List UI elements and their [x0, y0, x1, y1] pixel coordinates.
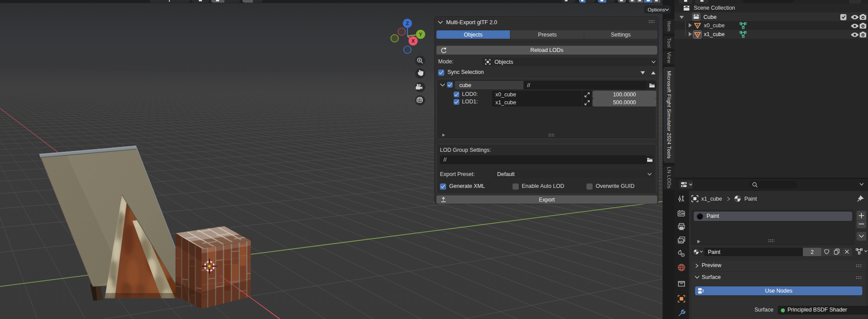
- svg-text:Z: Z: [406, 21, 409, 26]
- svg-text:X: X: [411, 38, 415, 44]
- svg-text:Y: Y: [419, 32, 422, 37]
